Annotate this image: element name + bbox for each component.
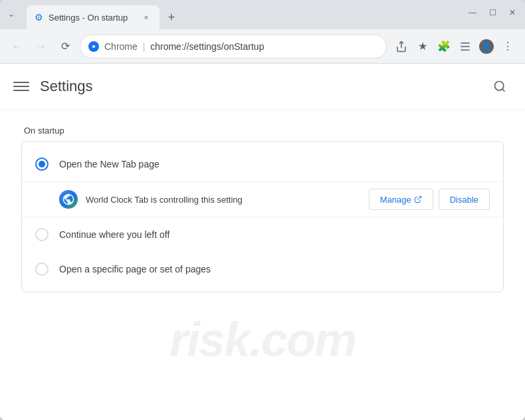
settings-title: Settings <box>40 78 93 95</box>
svg-rect-5 <box>461 49 470 51</box>
extensions-icon[interactable]: 🧩 <box>435 37 453 56</box>
manage-extension-button[interactable]: Manage <box>369 189 433 210</box>
option-continue-label: Continue where you left off <box>59 229 169 240</box>
close-button[interactable]: ✕ <box>506 7 518 19</box>
toolbar-icons: ★ 🧩 👤 ⋮ <box>392 37 517 56</box>
minimize-button[interactable]: — <box>467 7 478 19</box>
option-new-tab[interactable]: Open the New Tab page <box>22 147 503 181</box>
tab-favicon-icon: ⚙ <box>35 12 43 23</box>
radio-specific-icon[interactable] <box>35 262 49 276</box>
radio-new-tab-selected-indicator <box>39 161 45 167</box>
new-tab-button[interactable]: + <box>162 8 181 27</box>
option-new-tab-label: Open the New Tab page <box>59 159 159 169</box>
bookmark-icon[interactable]: ★ <box>413 37 432 56</box>
svg-line-8 <box>417 197 421 201</box>
window-controls: — ☐ ✕ <box>467 7 518 19</box>
section-title: On startup <box>21 126 504 136</box>
page-content: Settings On startup <box>0 64 525 420</box>
maximize-button[interactable]: ☐ <box>486 7 498 19</box>
browser-menu-icon[interactable] <box>456 37 474 56</box>
option-specific-label: Open a specific page or set of pages <box>59 264 211 274</box>
share-icon[interactable] <box>392 37 411 56</box>
title-bar: ⌄ ⚙ Settings - On startup × + — ☐ ✕ <box>0 0 525 29</box>
back-button[interactable]: ← <box>8 37 27 56</box>
profile-icon[interactable]: 👤 <box>477 37 496 56</box>
radio-new-tab-icon[interactable] <box>35 158 49 171</box>
radio-continue-icon[interactable] <box>35 228 49 241</box>
tab-close-button[interactable]: × <box>141 12 152 23</box>
settings-body: On startup Open the New Tab page <box>0 110 525 420</box>
disable-extension-button[interactable]: Disable <box>439 189 490 210</box>
kebab-menu-icon[interactable]: ⋮ <box>498 37 517 56</box>
settings-search-button[interactable] <box>488 74 512 98</box>
option-specific-page[interactable]: Open a specific page or set of pages <box>22 252 503 286</box>
svg-line-7 <box>502 89 505 92</box>
external-link-icon <box>414 195 422 203</box>
forward-button[interactable]: → <box>32 37 51 56</box>
svg-rect-3 <box>461 43 470 44</box>
address-bar: ← → ⟳ Chrome | chrome://settings/onStart… <box>0 29 525 64</box>
extension-action-buttons: Manage Disable <box>369 189 490 210</box>
tab-title: Settings - On startup <box>49 13 128 23</box>
window-dropdown-icon[interactable]: ⌄ <box>5 8 17 20</box>
extension-control-row: World Clock Tab is controlling this sett… <box>22 181 503 217</box>
hamburger-menu-icon[interactable] <box>13 78 29 94</box>
startup-options-card: Open the New Tab page <box>21 141 504 292</box>
svg-rect-4 <box>461 46 470 47</box>
extension-control-label: World Clock Tab is controlling this sett… <box>86 195 361 205</box>
address-text: Chrome | chrome://settings/onStartup <box>104 41 378 52</box>
svg-point-1 <box>92 45 95 48</box>
page-wrapper: Settings On startup <box>0 64 525 420</box>
address-separator: | <box>140 41 148 52</box>
browser-window: ⌄ ⚙ Settings - On startup × + — ☐ ✕ ← → … <box>0 0 525 420</box>
site-favicon-icon <box>88 41 99 52</box>
refresh-button[interactable]: ⟳ <box>56 37 74 56</box>
active-tab[interactable]: ⚙ Settings - On startup × <box>27 5 159 29</box>
option-continue[interactable]: Continue where you left off <box>22 217 503 252</box>
svg-point-6 <box>495 82 504 90</box>
omnibox[interactable]: Chrome | chrome://settings/onStartup <box>80 35 387 58</box>
settings-header: Settings <box>0 64 525 110</box>
extension-icon <box>59 190 78 209</box>
